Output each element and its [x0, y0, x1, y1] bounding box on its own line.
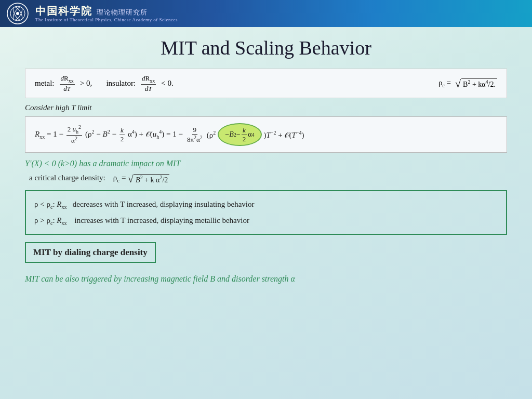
rho-c-sqrt: √ B2 + kα4/2.: [455, 78, 497, 89]
slide-title: MIT and Scaling Behavior: [25, 36, 507, 59]
behavior-box: ρ < ρc: Rxx decreases with T increased, …: [25, 190, 507, 235]
slide-content: MIT and Scaling Behavior metal: dRxx dT …: [0, 27, 532, 292]
svg-point-4: [16, 12, 19, 15]
behavior-row-2: ρ > ρc: Rxx increases with T increased, …: [34, 212, 498, 229]
critical-label: a critical charge density:: [29, 174, 105, 182]
rho-c-label: ρc =: [438, 78, 451, 88]
insulator-condition: < 0.: [161, 79, 173, 88]
metal-condition: > 0,: [80, 79, 92, 88]
mit-box-container: MIT by dialing charge density: [25, 242, 507, 272]
rxx-frac1: 2 uh2 α2: [66, 124, 82, 145]
impact-line: Y′(X) < 0 (k>0) has a dramatic impact on…: [25, 159, 507, 168]
institute-cn-dept: 理论物理研究所: [97, 8, 148, 17]
rxx-eq-left: Rxx = 1 −: [35, 130, 63, 140]
institute-en-name: The Institute of Theoretical Physics, Ch…: [35, 17, 178, 22]
rxx-equation-box: Rxx = 1 − 2 uh2 α2 (ρ2 − B2 − k 2 α4) + …: [25, 116, 507, 153]
insulator-fraction: dRxx dT: [141, 74, 156, 92]
rxx-mid1: (ρ2 − B2 − k 2 α4) + 𝒪(uh4) = 1 −: [85, 126, 183, 143]
consider-text: Consider high T limit: [25, 103, 507, 112]
institute-cn-name: 中国科学院: [35, 5, 92, 17]
mit-dialing-box: MIT by dialing charge density: [25, 242, 156, 263]
rxx-frac2: 9 8π2α2: [186, 126, 204, 144]
mit-triggered-line: MIT can be also triggered by increasing …: [25, 274, 507, 284]
rxx-mid2: (ρ2: [207, 130, 216, 140]
critical-density-line: a critical charge density: ρc = √ B2 + k…: [25, 174, 507, 184]
metal-fraction: dRxx dT: [60, 74, 75, 92]
page-header: 中国科学院 理论物理研究所 The Institute of Theoretic…: [0, 0, 532, 27]
green-oval-highlight: − B2 − k 2 α4: [218, 123, 261, 146]
insulator-label: insulator:: [106, 79, 136, 88]
metal-label: metal:: [35, 79, 55, 88]
rxx-end: )T−2 + 𝒪(T−4): [264, 130, 304, 140]
metal-insulator-box: metal: dRxx dT > 0, insulator: dRxx dT <…: [25, 69, 507, 98]
behavior-row-1: ρ < ρc: Rxx decreases with T increased, …: [34, 196, 498, 212]
institute-name-block: 中国科学院 理论物理研究所 The Institute of Theoretic…: [35, 5, 178, 22]
institute-logo: [6, 2, 29, 25]
